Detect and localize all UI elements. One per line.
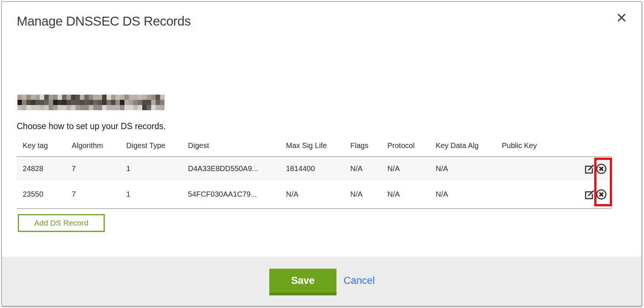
- domain-pixel-block: [49, 100, 53, 105]
- cell-key-data-alg: N/A: [430, 180, 496, 209]
- cell-flags: N/A: [344, 157, 381, 180]
- domain-pixel-block: [116, 100, 120, 105]
- domain-pixel-block: [75, 95, 80, 100]
- domain-pixel-block: [156, 100, 160, 105]
- domain-pixel-block: [98, 100, 102, 105]
- add-ds-record-button[interactable]: Add DS Record: [18, 214, 105, 232]
- domain-pixel-block: [84, 100, 89, 105]
- domain-pixel-block: [62, 100, 66, 105]
- domain-pixel-block: [26, 100, 31, 105]
- ds-records-table: Key tag Algorithm Digest Type Digest Max…: [17, 138, 612, 209]
- domain-pixel-block: [71, 105, 75, 110]
- close-icon: [617, 13, 627, 23]
- cell-actions: [575, 180, 612, 209]
- save-button[interactable]: Save: [269, 269, 336, 295]
- domain-pixel-block: [120, 100, 124, 105]
- domain-pixel-block: [80, 100, 84, 105]
- domain-pixel-block: [120, 105, 124, 110]
- cell-max-sig-life: 1814400: [280, 157, 344, 180]
- domain-name-redacted: [17, 95, 165, 110]
- domain-pixel-block: [75, 105, 80, 110]
- domain-pixel-block: [40, 95, 44, 100]
- column-header-actions: [575, 138, 612, 157]
- table-row: 23550 7 1 54FCF030AA1C79... N/A N/A N/A …: [17, 180, 612, 209]
- edit-record-button[interactable]: [583, 189, 595, 200]
- domain-pixel-block: [84, 95, 89, 100]
- domain-pixel-block: [116, 95, 120, 100]
- domain-pixel-block: [66, 95, 71, 100]
- instruction-text: Choose how to set up your DS records.: [17, 121, 166, 131]
- delete-circle-x-icon: [595, 163, 607, 175]
- domain-pixel-block: [133, 95, 138, 100]
- domain-pixel-block: [102, 100, 107, 105]
- modal-title: Manage DNSSEC DS Records: [17, 14, 191, 29]
- column-header-flags: Flags: [344, 138, 381, 157]
- cell-max-sig-life: N/A: [280, 180, 344, 209]
- domain-pixel-block: [17, 105, 22, 110]
- domain-pixel-block: [80, 95, 84, 100]
- domain-pixel-block: [151, 105, 156, 110]
- cell-digest-type: 1: [120, 180, 182, 209]
- cell-key-data-alg: N/A: [430, 157, 496, 180]
- cell-protocol: N/A: [381, 157, 430, 180]
- cell-algorithm: 7: [66, 157, 120, 180]
- domain-pixel-block: [35, 105, 40, 110]
- domain-pixel-block: [89, 100, 93, 105]
- domain-pixel-block: [133, 105, 138, 110]
- domain-pixel-block: [93, 105, 98, 110]
- domain-pixel-block: [89, 95, 93, 100]
- domain-pixel-block: [111, 100, 116, 105]
- edit-record-button[interactable]: [583, 163, 595, 175]
- domain-pixel-block: [142, 100, 147, 105]
- domain-pixel-block: [58, 95, 62, 100]
- dnssec-ds-records-modal: Manage DNSSEC DS Records Choose how to s…: [1, 1, 642, 307]
- domain-pixel-block: [31, 100, 35, 105]
- domain-pixel-block: [98, 105, 102, 110]
- ds-records-table-wrap: Key tag Algorithm Digest Type Digest Max…: [17, 138, 612, 209]
- column-header-key-tag: Key tag: [17, 138, 66, 157]
- edit-pencil-icon: [584, 163, 595, 174]
- column-header-algorithm: Algorithm: [66, 138, 120, 157]
- cell-digest-type: 1: [120, 157, 182, 180]
- domain-pixel-block: [142, 105, 147, 110]
- domain-pixel-block: [89, 105, 93, 110]
- domain-pixel-block: [31, 105, 35, 110]
- domain-pixel-block: [107, 100, 111, 105]
- cell-key-tag: 24828: [17, 157, 66, 180]
- cell-flags: N/A: [344, 180, 381, 209]
- domain-pixel-block: [129, 105, 133, 110]
- domain-pixel-block: [22, 105, 26, 110]
- delete-record-button[interactable]: [595, 163, 607, 175]
- column-header-max-sig-life: Max Sig Life: [280, 138, 344, 157]
- cell-digest: D4A33E8DD550A9...: [182, 157, 280, 180]
- domain-pixel-block: [58, 100, 62, 105]
- domain-pixel-block: [44, 95, 49, 100]
- domain-pixel-block: [40, 100, 44, 105]
- domain-pixel-block: [62, 105, 66, 110]
- domain-pixel-block: [58, 105, 62, 110]
- column-header-public-key: Public Key: [496, 138, 575, 157]
- domain-pixel-block: [129, 95, 133, 100]
- domain-pixel-block: [44, 105, 49, 110]
- domain-pixel-block: [22, 95, 26, 100]
- delete-record-button[interactable]: [595, 189, 607, 200]
- cell-protocol: N/A: [381, 180, 430, 209]
- domain-pixel-block: [53, 95, 58, 100]
- domain-pixel-block: [93, 100, 98, 105]
- cell-public-key: [496, 180, 575, 209]
- domain-pixel-block: [71, 100, 75, 105]
- column-header-protocol: Protocol: [381, 138, 430, 157]
- domain-pixel-block: [156, 105, 160, 110]
- domain-pixel-block: [66, 100, 71, 105]
- domain-pixel-block: [138, 100, 142, 105]
- domain-pixel-block: [53, 105, 58, 110]
- domain-pixel-block: [98, 95, 102, 100]
- domain-pixel-block: [26, 105, 31, 110]
- domain-pixel-block: [17, 100, 22, 105]
- cancel-link[interactable]: Cancel: [344, 269, 375, 292]
- domain-pixel-block: [138, 105, 142, 110]
- domain-pixel-block: [75, 100, 80, 105]
- close-button[interactable]: [614, 10, 629, 25]
- domain-pixel-block: [26, 95, 31, 100]
- table-row: 24828 7 1 D4A33E8DD550A9... 1814400 N/A …: [17, 157, 612, 180]
